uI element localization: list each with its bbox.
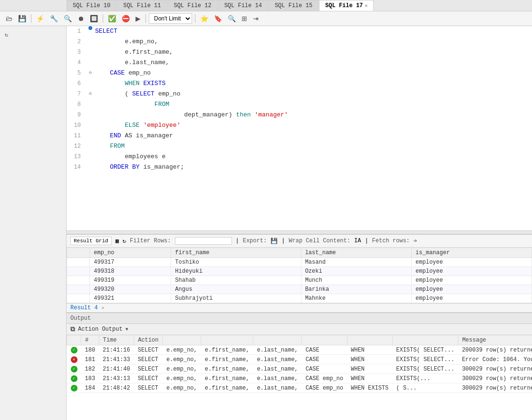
export-button[interactable]: ⇥ [251, 14, 261, 23]
table-row[interactable]: 499320AngusBarinkaemployee [67, 285, 532, 294]
code-line: 6 WHEN EXISTS [67, 78, 532, 89]
output-cell: 21:41:33 [99, 355, 134, 364]
line-number: 14 [67, 162, 86, 172]
output-cell: SELECT [134, 383, 163, 393]
schema-button[interactable]: 🔲 [88, 14, 100, 23]
save-button[interactable]: 💾 [16, 14, 28, 23]
refresh-icon[interactable]: ↻ [123, 238, 126, 245]
tab-sql-file-11[interactable]: SQL File 11 [117, 0, 167, 11]
stop-button[interactable]: ⏺ [76, 14, 86, 23]
collapse-icon[interactable]: ⊖ [86, 89, 95, 99]
breakpoint-dot[interactable] [88, 26, 92, 30]
check-button[interactable]: ✅ [106, 14, 118, 23]
list-item[interactable]: ✓18221:41:40SELECTe.emp_no,e.first_name,… [67, 364, 532, 374]
result-table-container[interactable]: emp_no first_name last_name is_manager 4… [67, 248, 532, 303]
result-grid-button[interactable]: Result Grid [70, 237, 112, 245]
close-icon[interactable]: ✕ [365, 3, 368, 9]
tab-sql-file-14[interactable]: SQL File 14 [218, 0, 268, 11]
success-icon: ✓ [71, 385, 77, 391]
line-number: 4 [67, 57, 86, 68]
output-cell: 21:48:42 [99, 383, 134, 393]
token: dept_manager) [184, 111, 236, 118]
collapse-icon[interactable]: ⊖ [86, 68, 95, 78]
list-item[interactable]: ✓18021:41:16SELECTe.emp_no,e.first_name,… [67, 345, 532, 355]
line-content: ELSE 'employee' [95, 120, 532, 131]
output-cell: 180 [81, 345, 99, 355]
output-cell: 300029 row(s) returned [458, 374, 532, 383]
table-cell: employee [412, 285, 532, 294]
line-number: 11 [67, 131, 86, 141]
tab-sql-file-17[interactable]: SQL File 17 ✕ [319, 0, 374, 11]
code-line: 13 employees e [67, 152, 532, 162]
output-cell: EXISTS(... [392, 374, 458, 383]
output-panel: Output ⧉ Action Output ▼ # Time Action [67, 313, 532, 393]
wrap-icon[interactable]: IA [354, 238, 361, 244]
token: AS is_manager [125, 132, 173, 139]
table-row[interactable]: 499318HideyukiOzekiemployee [67, 267, 532, 276]
grid-icon: ▦ [116, 238, 119, 245]
fetch-label: Fetch rows: [372, 238, 410, 244]
code-line: 8 FROM [67, 99, 532, 110]
action-output-dropdown-icon[interactable]: ▼ [126, 327, 128, 332]
tab-sql-file-12[interactable]: SQL File 12 [167, 0, 217, 11]
list-item[interactable]: ✓18421:48:42SELECTe.emp_no,e.first_name,… [67, 383, 532, 393]
token: e.last_name, [125, 59, 169, 66]
toolbar-separator-3 [145, 14, 146, 23]
cancel-button[interactable]: ⛔ [120, 14, 132, 23]
list-item[interactable]: ✕18121:41:33SELECTe.emp_no,e.first_name,… [67, 355, 532, 364]
tab-sql-file-15[interactable]: SQL File 15 [269, 0, 319, 11]
export-icon[interactable]: 💾 [271, 238, 278, 245]
token: is_manager; [143, 163, 184, 171]
table-row[interactable]: 499319ShahabMunchemployee [67, 276, 532, 285]
tab-sql-file-10[interactable]: SQL File 10 [67, 0, 116, 11]
token: then [236, 111, 254, 118]
col-header-is-manager: is_manager [412, 248, 532, 258]
token: SELECT [95, 28, 117, 35]
fetch-icon[interactable]: ➩ [414, 238, 417, 245]
code-line: 12 FROM [67, 141, 532, 152]
explain-button[interactable]: 🔧 [48, 14, 60, 23]
open-folder-button[interactable]: 🗁 [4, 14, 14, 23]
output-copy-icon[interactable]: ⧉ [70, 325, 75, 333]
row-selector [67, 267, 90, 276]
token: ELSE [125, 122, 143, 129]
col-header-empty [67, 248, 90, 258]
line-content: CASE emp_no [95, 68, 532, 78]
toolbar-separator-4 [195, 14, 195, 23]
line-content: e.last_name, [95, 57, 532, 68]
line-number: 9 [67, 110, 86, 120]
result-tab-4[interactable]: Result 4 [70, 305, 98, 311]
output-cell: EXISTS( SELECT... [392, 364, 458, 374]
output-cell: CASE emp_no [302, 383, 347, 393]
sidebar-refresh[interactable]: ↻ [2, 30, 64, 40]
table-cell: employee [412, 267, 532, 276]
line-content: e.emp_no, [95, 37, 532, 47]
tab-label: SQL File 17 [325, 2, 363, 9]
table-cell: employee [412, 258, 532, 267]
line-content: employees e [95, 152, 532, 162]
code-editor[interactable]: 1SELECT2 e.emp_no,3 e.first_name,4 e.las… [67, 26, 532, 230]
execute-current-button[interactable]: ▶ [134, 14, 143, 23]
result-tab-close[interactable]: ✕ [102, 305, 105, 311]
list-item[interactable]: ✓18321:43:13SELECTe.emp_no,e.first_name,… [67, 374, 532, 383]
format-button[interactable]: ⊞ [240, 14, 249, 23]
zoom-button[interactable]: 🔍 [226, 14, 238, 23]
line-content: e.first_name, [95, 47, 532, 57]
table-row[interactable]: 499317ToshikoMasandemployee [67, 258, 532, 267]
search-button[interactable]: 🔍 [62, 14, 74, 23]
table-cell: 499317 [90, 258, 171, 267]
execute-button[interactable]: ⚡ [34, 14, 46, 23]
table-row[interactable]: 499321SubhrajyotiMahnkeemployee [67, 294, 532, 303]
star-button[interactable]: ⭐ [198, 14, 210, 23]
line-content: FROM [95, 141, 532, 152]
line-content: FROM [95, 99, 532, 110]
limit-dropdown[interactable]: Don't Limit [149, 13, 192, 24]
filter-rows-input[interactable] [175, 237, 232, 245]
output-cell: e.last_name, [253, 383, 301, 393]
output-cell: e.last_name, [253, 345, 301, 355]
table-cell: Mahnke [301, 294, 411, 303]
output-cell: e.first_name, [201, 345, 253, 355]
output-cell: e.first_name, [201, 374, 253, 383]
bookmark-button[interactable]: 🔖 [212, 14, 224, 23]
filter-separator: | [236, 238, 239, 244]
